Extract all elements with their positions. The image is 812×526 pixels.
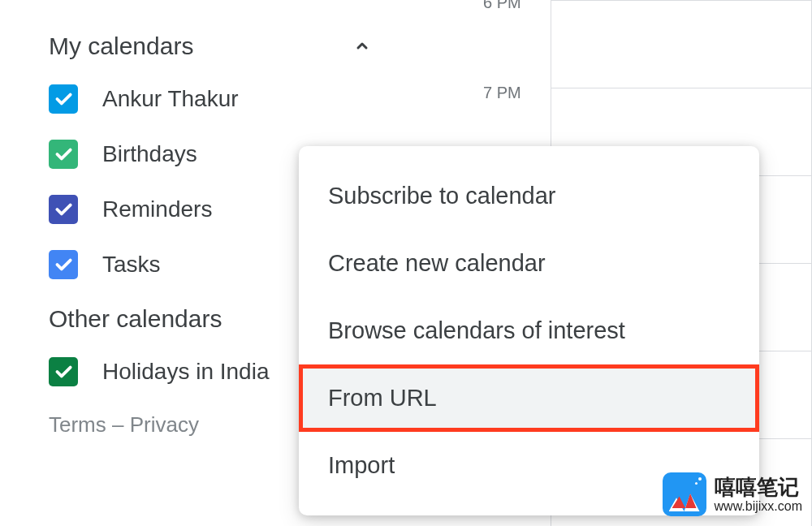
my-calendars-title: My calendars (49, 32, 193, 60)
chevron-up-icon[interactable] (351, 35, 374, 58)
watermark-title: 嘻嘻笔记 (715, 476, 802, 499)
other-calendars-title: Other calendars (49, 305, 222, 333)
footer-separator: – (106, 412, 130, 437)
calendar-item-ankur-thakur[interactable]: Ankur Thakur (49, 84, 390, 114)
menu-item-create-new-calendar[interactable]: Create new calendar (299, 230, 759, 297)
terms-link[interactable]: Terms (49, 412, 106, 437)
calendar-label: Holidays in India (102, 359, 269, 385)
checkbox-icon[interactable] (49, 84, 78, 114)
checkbox-icon[interactable] (49, 357, 78, 386)
time-label: 6 PM (483, 0, 521, 12)
menu-item-from-url[interactable]: From URL (299, 364, 759, 432)
checkbox-icon[interactable] (49, 140, 78, 169)
calendar-label: Tasks (102, 252, 161, 278)
checkbox-icon[interactable] (49, 195, 78, 224)
menu-item-subscribe-to-calendar[interactable]: Subscribe to calendar (299, 162, 759, 230)
my-calendars-header[interactable]: My calendars (49, 32, 390, 60)
watermark-logo-icon (663, 472, 706, 516)
time-label: 7 PM (483, 84, 521, 102)
calendar-label: Birthdays (102, 141, 197, 167)
calendar-label: Reminders (102, 196, 212, 222)
watermark: 嘻嘻笔记 www.bijixx.com (663, 472, 802, 516)
add-calendar-menu: Subscribe to calendar Create new calenda… (299, 146, 759, 515)
checkbox-icon[interactable] (49, 250, 78, 279)
watermark-url: www.bijixx.com (715, 499, 802, 514)
calendar-label: Ankur Thakur (102, 86, 239, 112)
privacy-link[interactable]: Privacy (130, 412, 199, 437)
menu-item-browse-calendars-of-interest[interactable]: Browse calendars of interest (299, 297, 759, 364)
